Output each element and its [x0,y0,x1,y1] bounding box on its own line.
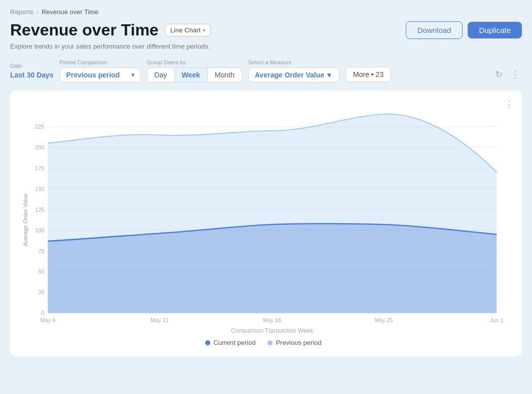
legend-current-label: Current period [213,339,255,346]
more-vert-icon: ⋮ [511,69,520,80]
chart-legend: Current period Previous period [20,339,507,346]
svg-text:125: 125 [35,207,44,213]
period-filter-group: Period Comparison Previous period ▾ [60,59,141,83]
svg-text:May 25: May 25 [375,317,393,323]
duplicate-button[interactable]: Duplicate [468,22,522,38]
page-title: Revenue over Time [10,21,159,40]
svg-text:200: 200 [35,144,44,150]
legend-previous-dot [268,340,273,345]
page-header: Revenue over Time Line Chart ▾ Download … [10,21,522,40]
toolbar-icons: ↻ ⋮ [493,67,522,82]
period-filter-value: Previous period [66,71,120,79]
measure-value: Average Order Value [255,71,324,79]
period-chevron-icon: ▾ [131,71,134,78]
svg-text:25: 25 [38,289,44,295]
svg-text:100: 100 [35,227,44,233]
more-filter-group: More • 23 [346,67,391,82]
filters-row: Date Last 30 Days Period Comparison Prev… [10,59,522,83]
svg-text:May 11: May 11 [150,317,169,323]
svg-text:175: 175 [35,165,44,171]
svg-text:May 18: May 18 [263,317,281,323]
svg-text:75: 75 [38,248,44,254]
chevron-down-icon: ▾ [203,27,205,33]
breadcrumb-current: Revenue over Time [42,8,99,16]
chart-card: ⋮ Average Order Value 0 25 50 75 100 [10,91,522,357]
chart-area: Average Order Value 0 25 50 75 100 125 [20,101,507,334]
measure-filter-label: Select a Measure [248,59,339,65]
legend-previous-label: Previous period [276,339,321,346]
group-day-button[interactable]: Day [147,68,175,82]
header-actions: Download Duplicate [406,21,522,39]
page-subtitle: Explore trends in your sales performance… [10,43,522,50]
date-filter-group: Date Last 30 Days [10,63,54,79]
svg-text:225: 225 [35,124,44,130]
group-dates-label: Group Dates by [147,59,242,65]
chart-type-button[interactable]: Line Chart ▾ [165,24,211,36]
measure-dropdown[interactable]: Average Order Value ▾ [248,67,339,83]
measure-chevron-icon: ▾ [327,71,331,79]
svg-text:150: 150 [35,186,44,192]
svg-text:50: 50 [38,268,44,274]
download-button[interactable]: Download [406,21,463,39]
chart-svg: Average Order Value 0 25 50 75 100 125 [20,101,507,334]
legend-previous: Previous period [268,339,321,346]
legend-current: Current period [205,339,255,346]
group-week-button[interactable]: Week [175,68,208,82]
date-filter-label: Date [10,63,54,69]
refresh-icon: ↻ [495,69,503,80]
breadcrumb-separator: › [36,8,39,16]
svg-text:Jun 1: Jun 1 [490,317,504,323]
group-dates-buttons: Day Week Month [147,67,242,83]
svg-text:May 4: May 4 [41,317,56,323]
chart-type-label: Line Chart [170,26,201,34]
svg-text:Comparison Transaction Week: Comparison Transaction Week [231,327,314,334]
refresh-button[interactable]: ↻ [493,67,505,82]
measure-section: Select a Measure Average Order Value ▾ [248,59,339,83]
svg-text:Average Order Value: Average Order Value [22,193,28,246]
breadcrumb-parent[interactable]: Reports [10,8,33,16]
more-button[interactable]: More • 23 [346,67,391,82]
period-filter-label: Period Comparison [60,59,141,65]
legend-current-dot [205,340,210,345]
breadcrumb: Reports › Revenue over Time [10,8,522,16]
period-filter-dropdown[interactable]: Previous period ▾ [60,67,141,83]
group-dates-section: Group Dates by Day Week Month [147,59,242,83]
group-month-button[interactable]: Month [208,68,242,82]
title-group: Revenue over Time Line Chart ▾ [10,21,211,40]
svg-text:0: 0 [41,310,44,316]
date-filter-value[interactable]: Last 30 Days [10,71,54,79]
more-options-button[interactable]: ⋮ [509,67,522,82]
